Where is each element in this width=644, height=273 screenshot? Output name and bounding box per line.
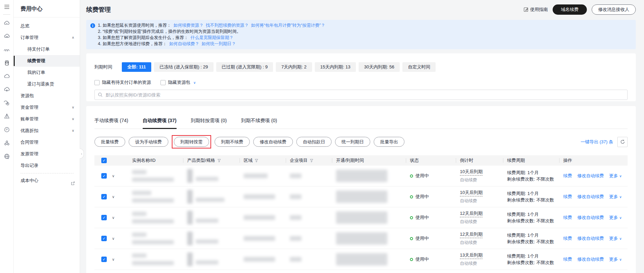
cloud-server-icon[interactable]: [0, 16, 14, 29]
usage-guide-link[interactable]: 使用指南: [524, 6, 548, 13]
batch-renew-button[interactable]: 批量续费: [94, 137, 125, 147]
expire-no-renewal-button[interactable]: 到期不续费: [215, 137, 250, 147]
sidebar-item-order-management[interactable]: 订单管理∧: [14, 32, 80, 43]
renew-link[interactable]: 续费: [563, 235, 572, 242]
more-link[interactable]: 更多 ∨: [609, 256, 622, 262]
globe-icon[interactable]: w: [0, 150, 14, 163]
row-checkbox[interactable]: ✓: [101, 173, 107, 179]
sidebar-item-pending-orders[interactable]: 待支付订单: [14, 43, 80, 55]
cloud-upload-icon[interactable]: [0, 83, 14, 96]
filter-funnel-icon[interactable]: [217, 159, 221, 162]
row-checkbox[interactable]: ✓: [101, 215, 107, 220]
sidebar-item-funds-management[interactable]: 资金管理∨: [14, 102, 80, 113]
filter-funnel-icon[interactable]: [255, 159, 258, 162]
cloud-icon[interactable]: [0, 69, 14, 83]
table-row: ✓∨ 使用中 12天后到期自动续费 续费周期: 1个月剩余续费次数: 不限次数 …: [94, 207, 628, 228]
server-panel-icon[interactable]: [0, 56, 14, 69]
sidebar-item-discounts[interactable]: 优惠折扣∨: [14, 125, 80, 136]
notice-link[interactable]: 如何将“包年包月计费”转为“按需计费”？: [251, 23, 325, 28]
batch-export-button[interactable]: 批量导出: [374, 137, 404, 147]
row-expand-chevron-icon[interactable]: ∨: [112, 216, 115, 220]
renew-link[interactable]: 续费: [563, 173, 572, 179]
expire-to-ondemand-button[interactable]: 到期转按需: [174, 137, 209, 147]
tab-manual-renewal[interactable]: 手动续费项 (74): [94, 118, 128, 129]
modify-auto-renewal-link[interactable]: 修改自动续费: [577, 235, 604, 242]
modify-auto-renewal-link[interactable]: 修改自动续费: [577, 256, 604, 262]
notice-link[interactable]: 如何统一到期日？: [202, 41, 236, 46]
renew-link[interactable]: 续费: [563, 256, 572, 262]
sidebar-item-contract-management[interactable]: 合同管理: [14, 136, 80, 148]
sidebar-item-renewal-management[interactable]: 续费管理: [14, 55, 80, 67]
filter-30days[interactable]: 30天内到期: 56: [359, 62, 400, 72]
modify-auto-renewal-link[interactable]: 修改自动续费: [577, 194, 604, 200]
filter-7days[interactable]: 7天内到期: 2: [276, 62, 312, 72]
one-click-export-link[interactable]: 一键导出 (37) 条: [581, 139, 613, 145]
filter-expired[interactable]: 已过期 (进入宽限期) : 9: [216, 62, 273, 72]
countdown-text[interactable]: 12天后到期: [460, 210, 482, 217]
modify-message-receiver-button[interactable]: 修改消息接收人: [592, 4, 636, 15]
modify-auto-renewal-link[interactable]: 修改自动续费: [577, 214, 604, 221]
refresh-button[interactable]: [617, 137, 628, 147]
filter-frozen[interactable]: 已冻结 (进入保留期) : 29: [154, 62, 214, 72]
row-checkbox[interactable]: ✓: [101, 194, 107, 199]
row-checkbox[interactable]: ✓: [101, 236, 107, 241]
ip-icon[interactable]: IP: [0, 123, 14, 136]
checkbox-unchecked[interactable]: [160, 80, 166, 85]
unified-expiry-date-button[interactable]: 统一到期日: [335, 137, 370, 147]
more-link[interactable]: 更多 ∨: [609, 214, 622, 221]
select-all-checkbox[interactable]: ✓: [101, 158, 107, 163]
sidebar-item-export-records[interactable]: 导出记录: [14, 160, 80, 171]
set-manual-renewal-button[interactable]: 设为手动续费: [129, 137, 168, 147]
filter-15days[interactable]: 15天内到期: 13: [315, 62, 356, 72]
row-checkbox[interactable]: ✓: [101, 257, 107, 262]
more-link[interactable]: 更多 ∨: [609, 173, 622, 179]
cloud-clock-icon[interactable]: [0, 96, 14, 109]
domain-renewal-button[interactable]: 域名续费: [553, 4, 587, 15]
sidebar-item-unsubscribe[interactable]: 退订与退换货: [14, 78, 80, 90]
modify-auto-renewal-button[interactable]: 修改自动续费: [253, 137, 293, 147]
more-link[interactable]: 更多 ∨: [609, 194, 622, 200]
tab-auto-renewal[interactable]: 自动续费项 (37): [143, 118, 177, 129]
cluster-icon[interactable]: [0, 136, 14, 150]
notice-link[interactable]: 找不到想续费的资源？: [206, 23, 248, 28]
filter-funnel-icon[interactable]: [310, 159, 313, 162]
modify-auto-renewal-link[interactable]: 修改自动续费: [577, 173, 604, 179]
notice-link[interactable]: 如何续费资源？: [173, 23, 204, 28]
sidebar-item-cost-center[interactable]: 成本中心: [14, 175, 80, 186]
guide-doc-icon: [524, 7, 528, 12]
more-link[interactable]: 更多 ∨: [609, 235, 622, 242]
countdown-text[interactable]: 13天后到期: [460, 252, 482, 259]
renew-link[interactable]: 续费: [563, 214, 572, 221]
filter-custom-time[interactable]: 自定义时间: [402, 62, 436, 72]
countdown-text[interactable]: 10天后到期: [460, 190, 482, 196]
row-expand-chevron-icon[interactable]: ∨: [112, 195, 115, 199]
notice-link[interactable]: 如何自动续费？: [169, 41, 199, 46]
prism-icon[interactable]: [0, 109, 14, 123]
sidebar-item-invoice-management[interactable]: 发票管理: [14, 148, 80, 160]
tab-expire-no-renewal[interactable]: 到期不续费项 (0): [241, 118, 277, 129]
auto-deduction-date-button[interactable]: 自动扣款日: [296, 137, 332, 147]
sidebar-item-overview[interactable]: 总览: [14, 20, 80, 32]
sidebar-item-resource-packages[interactable]: 资源包: [14, 90, 80, 102]
tab-expire-to-ondemand[interactable]: 到期转按需项 (0): [191, 118, 227, 129]
row-expand-chevron-icon[interactable]: ∨: [112, 257, 115, 262]
row-expand-chevron-icon[interactable]: ∨: [112, 236, 115, 241]
notice-link[interactable]: 什么是宽限期保留期？: [191, 35, 233, 40]
cloud-card-icon[interactable]: [0, 29, 14, 43]
countdown-text[interactable]: 10天后到期: [460, 169, 482, 176]
checkbox-unchecked[interactable]: [94, 80, 100, 85]
chevron-down-icon[interactable]: ∨: [193, 81, 196, 84]
hide-pending-order-resources-checkbox[interactable]: 隐藏有待支付订单的资源: [94, 79, 151, 86]
hide-resource-packages-checkbox[interactable]: 隐藏资源包 ∨: [160, 79, 196, 86]
search-input[interactable]: [94, 90, 628, 100]
countdown-text[interactable]: 12天后到期: [460, 231, 482, 238]
sidebar-item-billing-management[interactable]: 账单管理∨: [14, 113, 80, 125]
filter-all[interactable]: 全部: 111: [122, 62, 151, 72]
renew-link[interactable]: 续费: [563, 194, 572, 200]
chevron-down-icon: ∨: [619, 258, 622, 261]
wave-icon[interactable]: [0, 43, 14, 56]
row-expand-chevron-icon[interactable]: ∨: [112, 174, 115, 178]
status-dot: [410, 174, 413, 178]
sidebar-item-my-orders[interactable]: 我的订单: [14, 67, 80, 78]
menu-icon[interactable]: [0, 0, 14, 14]
